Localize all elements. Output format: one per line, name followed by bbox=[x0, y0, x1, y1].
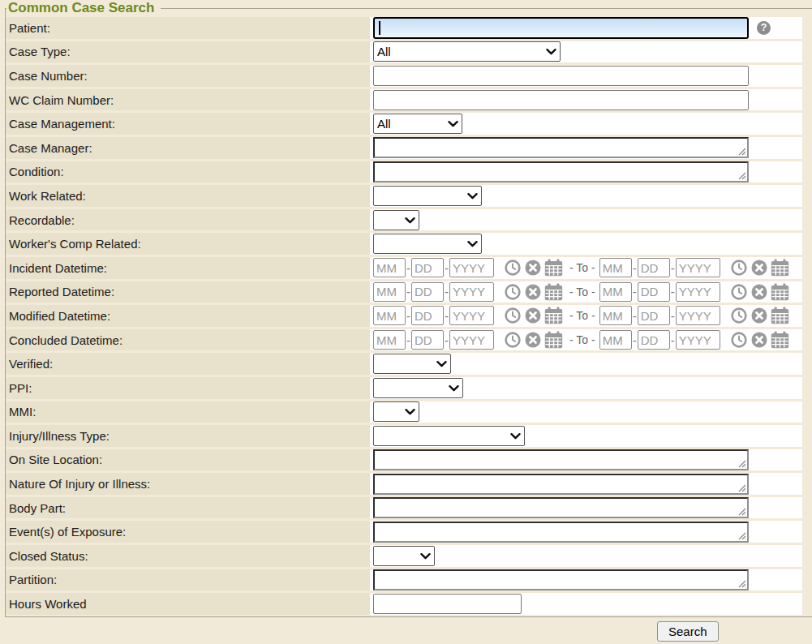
modified-datetime-from-year-input[interactable] bbox=[449, 306, 494, 325]
case-management-select[interactable]: All bbox=[373, 114, 462, 134]
clock-icon[interactable] bbox=[730, 259, 748, 277]
calendar-icon[interactable] bbox=[544, 331, 563, 349]
clear-icon[interactable] bbox=[524, 307, 542, 324]
patient-input-cell: ? bbox=[370, 17, 802, 39]
concluded-datetime-to-month-input[interactable] bbox=[599, 330, 632, 350]
field-label-nature-of-injury: Nature Of Injury or Illness: bbox=[6, 473, 370, 495]
ppi-select[interactable] bbox=[373, 378, 463, 398]
clock-icon[interactable] bbox=[504, 283, 522, 301]
injury-illness-type-select[interactable] bbox=[373, 426, 525, 446]
patient-input[interactable] bbox=[373, 17, 749, 39]
calendar-icon[interactable] bbox=[771, 307, 789, 324]
wc-claim-number-input[interactable] bbox=[373, 90, 749, 110]
form-row-wc-claim-number: WC Claim Number: bbox=[6, 89, 812, 111]
resize-handle-icon[interactable] bbox=[738, 484, 746, 492]
clear-icon[interactable] bbox=[750, 331, 768, 349]
reported-datetime-to-day-input[interactable] bbox=[638, 282, 670, 302]
on-site-location-textarea[interactable] bbox=[373, 449, 749, 470]
partition-textarea[interactable] bbox=[373, 569, 749, 590]
search-button[interactable]: Search bbox=[657, 621, 719, 642]
clock-icon[interactable] bbox=[504, 259, 522, 277]
date-separator: - bbox=[406, 285, 410, 298]
calendar-icon[interactable] bbox=[544, 259, 563, 277]
modified-datetime-from-day-input[interactable] bbox=[411, 306, 444, 325]
calendar-icon[interactable] bbox=[771, 259, 789, 277]
clear-icon[interactable] bbox=[524, 331, 542, 349]
concluded-datetime-from-year-input[interactable] bbox=[449, 330, 494, 350]
incident-datetime-from-day-input[interactable] bbox=[411, 258, 444, 277]
verified-select[interactable] bbox=[373, 354, 451, 374]
resize-handle-icon[interactable] bbox=[738, 580, 746, 588]
form-row-events-of-exposure: Event(s) of Exposure: bbox=[6, 521, 812, 543]
calendar-icon[interactable] bbox=[544, 307, 563, 324]
resize-handle-icon[interactable] bbox=[738, 460, 746, 468]
reported-datetime-from-month-input[interactable] bbox=[373, 282, 406, 302]
concluded-datetime-from-month-input[interactable] bbox=[373, 330, 406, 350]
hours-worked-input[interactable] bbox=[373, 594, 522, 614]
modified-datetime-from-month-input[interactable] bbox=[373, 306, 406, 325]
modified-datetime-to-year-input[interactable] bbox=[676, 306, 720, 325]
field-label-case-type: Case Type: bbox=[6, 41, 370, 63]
clock-icon[interactable] bbox=[730, 307, 748, 324]
date-range-to-label: - To - bbox=[569, 286, 595, 298]
case-number-input[interactable] bbox=[373, 66, 749, 86]
clear-icon[interactable] bbox=[750, 283, 768, 301]
reported-datetime-from-day-input[interactable] bbox=[411, 282, 444, 302]
reported-datetime-to-month-input[interactable] bbox=[599, 282, 632, 302]
body-part-textarea[interactable] bbox=[373, 497, 749, 518]
mmi-input-cell bbox=[370, 401, 802, 423]
on-site-location-input-cell bbox=[370, 449, 802, 471]
incident-datetime-to-date-group: -- bbox=[599, 258, 792, 277]
calendar-icon[interactable] bbox=[544, 283, 563, 301]
clock-icon[interactable] bbox=[730, 283, 748, 301]
field-label-injury-illness-type: Injury/Illness Type: bbox=[6, 425, 370, 447]
clear-icon[interactable] bbox=[750, 307, 768, 324]
condition-textarea[interactable] bbox=[373, 161, 749, 182]
closed-status-select[interactable] bbox=[373, 546, 435, 566]
form-row-concluded-datetime: Concluded Datetime:--- To --- bbox=[6, 329, 812, 351]
reported-datetime-to-year-input[interactable] bbox=[676, 282, 720, 302]
incident-datetime-to-day-input[interactable] bbox=[638, 258, 670, 277]
resize-handle-icon[interactable] bbox=[738, 148, 746, 156]
modified-datetime-input-cell: --- To --- bbox=[370, 305, 802, 327]
concluded-datetime-from-day-input[interactable] bbox=[411, 330, 444, 350]
concluded-datetime-to-year-input[interactable] bbox=[676, 330, 720, 350]
reported-datetime-input-cell: --- To --- bbox=[370, 281, 802, 303]
clock-icon[interactable] bbox=[504, 307, 522, 324]
case-manager-textarea[interactable] bbox=[373, 137, 749, 158]
concluded-datetime-to-day-input[interactable] bbox=[638, 330, 670, 350]
events-of-exposure-textarea[interactable] bbox=[373, 522, 749, 543]
resize-handle-icon[interactable] bbox=[738, 532, 746, 540]
reported-datetime-from-year-input[interactable] bbox=[449, 282, 494, 302]
calendar-icon[interactable] bbox=[771, 283, 789, 301]
clear-icon[interactable] bbox=[750, 259, 768, 277]
resize-handle-icon[interactable] bbox=[738, 172, 746, 180]
mmi-select[interactable] bbox=[373, 401, 419, 422]
date-separator: - bbox=[633, 309, 637, 323]
partition-input-cell bbox=[370, 569, 802, 591]
case-type-select[interactable]: All bbox=[373, 41, 561, 62]
incident-datetime-to-year-input[interactable] bbox=[676, 258, 720, 277]
incident-datetime-to-month-input[interactable] bbox=[599, 258, 632, 277]
help-icon[interactable]: ? bbox=[757, 21, 771, 35]
field-label-case-number: Case Number: bbox=[6, 65, 370, 87]
work-related-select[interactable] bbox=[373, 186, 482, 206]
recordable-select[interactable] bbox=[373, 210, 419, 230]
calendar-icon[interactable] bbox=[771, 331, 789, 349]
ppi-input-cell bbox=[370, 377, 802, 399]
work-related-input-cell bbox=[370, 185, 802, 207]
workers-comp-related-select[interactable] bbox=[373, 234, 482, 254]
incident-datetime-from-month-input[interactable] bbox=[373, 258, 406, 277]
clock-icon[interactable] bbox=[730, 331, 748, 349]
modified-datetime-to-month-input[interactable] bbox=[599, 306, 632, 325]
incident-datetime-from-year-input[interactable] bbox=[449, 258, 494, 277]
date-range-to-label: - To - bbox=[569, 309, 595, 322]
clock-icon[interactable] bbox=[504, 331, 522, 349]
modified-datetime-to-day-input[interactable] bbox=[638, 306, 670, 325]
date-separator: - bbox=[445, 285, 449, 298]
resize-handle-icon[interactable] bbox=[738, 508, 746, 516]
clear-icon[interactable] bbox=[524, 259, 542, 277]
nature-of-injury-textarea[interactable] bbox=[373, 474, 749, 495]
field-label-case-management: Case Management: bbox=[6, 113, 370, 135]
clear-icon[interactable] bbox=[524, 283, 542, 301]
